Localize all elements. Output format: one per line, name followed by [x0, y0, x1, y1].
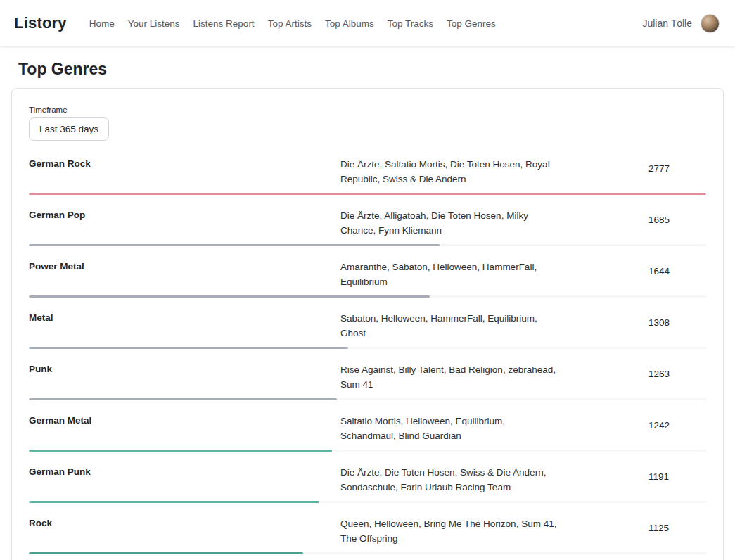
- nav-links: Home Your Listens Listens Report Top Art…: [89, 18, 496, 29]
- nav-item-top-tracks[interactable]: Top Tracks: [388, 18, 433, 29]
- genre-progress-track: [29, 501, 706, 503]
- genre-artists: Sabaton, Helloween, HammerFall, Equilibr…: [340, 311, 558, 341]
- genre-progress-track: [29, 552, 706, 554]
- genre-row: German Metal Saltatio Mortis, Helloween,…: [29, 407, 706, 459]
- genre-progress-track: [29, 450, 706, 452]
- genre-progress-bar: [29, 552, 303, 554]
- nav-item-your-listens[interactable]: Your Listens: [128, 18, 180, 29]
- nav-item-top-artists[interactable]: Top Artists: [268, 18, 312, 29]
- genre-name: Rock: [29, 516, 340, 528]
- genre-row: Punk Rise Against, Billy Talent, Bad Rel…: [29, 356, 706, 407]
- genre-progress-bar: [29, 347, 348, 349]
- genre-artists: Die Ärzte, Die Toten Hosen, Swiss & Die …: [340, 465, 558, 495]
- nav-item-home[interactable]: Home: [89, 18, 115, 29]
- genre-row: Power Metal Amaranthe, Sabaton, Hellowee…: [29, 253, 706, 305]
- genre-progress-bar: [29, 295, 430, 298]
- genre-progress-bar: [29, 244, 440, 246]
- genre-name: German Pop: [29, 208, 340, 220]
- genre-progress-bar: [29, 450, 332, 452]
- nav-item-top-albums[interactable]: Top Albums: [325, 18, 374, 29]
- genre-artists: Queen, Helloween, Bring Me The Horizon, …: [340, 516, 558, 546]
- genre-progress-track: [29, 244, 706, 246]
- user-name[interactable]: Julian Tölle: [642, 18, 692, 29]
- page-title: Top Genres: [0, 60, 735, 79]
- timeframe-select[interactable]: Last 365 days: [29, 117, 109, 141]
- genre-artists: Rise Against, Billy Talent, Bad Religion…: [340, 362, 558, 392]
- genre-artists: Die Ärzte, Saltatio Mortis, Die Toten Ho…: [340, 157, 558, 186]
- genre-table: German Rock Die Ärzte, Saltatio Mortis, …: [29, 151, 706, 560]
- genre-progress-track: [29, 347, 706, 349]
- genre-count: 2777: [558, 157, 706, 174]
- genre-progress-bar: [29, 398, 337, 400]
- genre-progress-track: [29, 398, 706, 400]
- genre-count: 1263: [558, 362, 706, 379]
- genre-row: Metal Sabaton, Helloween, HammerFall, Eq…: [29, 305, 706, 356]
- top-genres-card: Timeframe Last 365 days German Rock Die …: [11, 88, 724, 560]
- genre-artists: Amaranthe, Sabaton, Helloween, HammerFal…: [340, 260, 558, 289]
- genre-count: 1125: [558, 516, 706, 533]
- genre-count: 1242: [558, 414, 706, 431]
- genre-row: Rock Queen, Helloween, Bring Me The Hori…: [29, 510, 706, 560]
- genre-row: German Punk Die Ärzte, Die Toten Hosen, …: [29, 459, 706, 510]
- navbar-user-area: Julian Tölle: [642, 14, 720, 33]
- genre-name: German Punk: [29, 465, 340, 477]
- timeframe-label: Timeframe: [29, 106, 706, 114]
- genre-progress-track: [29, 295, 706, 298]
- genre-row: German Rock Die Ärzte, Saltatio Mortis, …: [29, 151, 706, 202]
- genre-artists: Die Ärzte, Alligatoah, Die Toten Hosen, …: [340, 208, 558, 238]
- genre-progress-bar: [29, 193, 706, 195]
- genre-count: 1191: [558, 465, 706, 482]
- genre-name: German Metal: [29, 414, 340, 426]
- genre-artists: Saltatio Mortis, Helloween, Equilibrium,…: [340, 414, 558, 443]
- top-navbar: Listory Home Your Listens Listens Report…: [0, 0, 735, 46]
- user-avatar[interactable]: [701, 14, 720, 33]
- genre-name: Punk: [29, 362, 340, 374]
- genre-row: German Pop Die Ärzte, Alligatoah, Die To…: [29, 202, 706, 253]
- genre-name: Metal: [29, 311, 340, 323]
- genre-count: 1685: [558, 208, 706, 225]
- genre-progress-track: [29, 193, 706, 195]
- brand-logo[interactable]: Listory: [14, 14, 67, 32]
- genre-name: Power Metal: [29, 260, 340, 272]
- nav-item-top-genres[interactable]: Top Genres: [447, 18, 496, 29]
- genre-count: 1308: [558, 311, 706, 328]
- genre-name: German Rock: [29, 157, 340, 169]
- nav-item-listens-report[interactable]: Listens Report: [193, 18, 255, 29]
- genre-count: 1644: [558, 260, 706, 276]
- genre-progress-bar: [29, 501, 319, 503]
